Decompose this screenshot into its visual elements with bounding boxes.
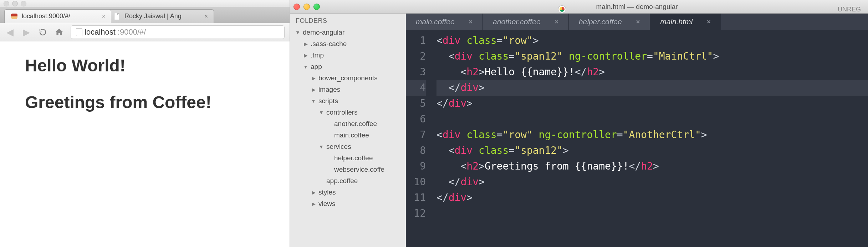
line-number[interactable]: 8	[406, 143, 426, 158]
editor-tab[interactable]: main.html×	[650, 14, 721, 30]
tree-folder[interactable]: ▼scripts	[292, 95, 404, 107]
editor-code[interactable]: <div class="row"> <div class="span12" ng…	[431, 30, 868, 247]
tree-folder[interactable]: ▼controllers	[292, 107, 404, 118]
tree-folder[interactable]: ▶views	[292, 198, 404, 210]
address-path: :9000/#/	[118, 27, 146, 37]
line-number[interactable]: 7	[406, 127, 426, 143]
code-line: <div class="row">	[436, 33, 868, 49]
tree-folder[interactable]: ▶bower_components	[292, 72, 404, 84]
tree-file[interactable]: ▶app.coffee	[292, 175, 404, 187]
code-line: </div>	[436, 80, 868, 96]
editor-tab-label: main.coffee	[416, 17, 455, 26]
tree-folder[interactable]: ▶.sass-cache	[292, 38, 404, 50]
editor-tab[interactable]: another.coffee×	[483, 14, 569, 30]
line-number[interactable]: 10	[406, 174, 426, 190]
folder-tree: ▼demo-angular▶.sass-cache▶.tmp▼app▶bower…	[290, 27, 406, 247]
tree-label: .tmp	[311, 51, 324, 59]
tree-file[interactable]: ▶another.coffee	[292, 118, 404, 130]
editor-sidebar: FOLDERS ▼demo-angular▶.sass-cache▶.tmp▼a…	[290, 0, 406, 247]
browser-tab-title: Rocky Jaiswal | Ang	[124, 12, 201, 20]
line-number[interactable]: 12	[406, 206, 426, 221]
browser-tab[interactable]: localhost:9000/#/×	[4, 9, 111, 23]
traffic-light-zoom-icon[interactable]	[21, 1, 26, 6]
traffic-light-minimize-icon[interactable]	[303, 4, 310, 10]
tree-folder[interactable]: ▼services	[292, 141, 404, 152]
tree-folder[interactable]: ▶.tmp	[292, 50, 404, 61]
chevron-down-icon: ▼	[318, 110, 324, 115]
favicon-app-icon	[10, 12, 18, 20]
reload-icon	[39, 28, 47, 36]
tree-label: controllers	[326, 109, 358, 116]
code-line: <h2>Hello {{name}}!</h2>	[436, 64, 868, 80]
code-line: </div>	[436, 96, 868, 111]
editor-tab[interactable]: helper.coffee×	[569, 14, 650, 30]
editor-title: main.html — demo-angular	[596, 3, 678, 11]
editor-gutter: 123456789101112	[406, 30, 431, 247]
home-button[interactable]	[54, 27, 64, 37]
chrome-icon	[558, 6, 566, 13]
line-number[interactable]: 4	[406, 80, 426, 96]
editor-tab[interactable]: main.coffee×	[406, 14, 483, 30]
traffic-light-zoom-icon[interactable]	[313, 4, 320, 10]
tree-file[interactable]: ▶webservice.coffe	[292, 164, 404, 175]
tree-label: services	[326, 143, 351, 151]
editor-tabs: main.coffee×another.coffee×helper.coffee…	[406, 14, 868, 30]
code-line: <h2>Greetings from {{name}}!</h2>	[436, 158, 868, 174]
code-line	[436, 111, 868, 127]
line-number[interactable]: 2	[406, 49, 426, 64]
sidebar-section-header: FOLDERS	[290, 14, 406, 27]
line-number[interactable]: 9	[406, 158, 426, 174]
browser-tab-title: localhost:9000/#/	[22, 12, 98, 20]
tree-folder[interactable]: ▼app	[292, 61, 404, 72]
close-icon[interactable]: ×	[707, 18, 711, 26]
tree-label: views	[318, 200, 336, 208]
code-line: <div class="row" ng-controller="AnotherC…	[436, 127, 868, 143]
unregistered-label: UNREG	[838, 6, 861, 13]
line-number[interactable]: 5	[406, 96, 426, 111]
chevron-down-icon: ▼	[295, 30, 301, 35]
address-host: localhost	[85, 27, 116, 37]
code-line: </div>	[436, 174, 868, 190]
tree-folder[interactable]: ▶styles	[292, 187, 404, 198]
line-number[interactable]: 3	[406, 64, 426, 80]
chevron-right-icon: ▶	[311, 75, 316, 81]
traffic-light-close-icon[interactable]	[293, 4, 300, 10]
browser-tabstrip: localhost:9000/#/×Rocky Jaiswal | Ang×	[0, 7, 290, 23]
close-icon[interactable]: ×	[205, 13, 208, 20]
page-heading-1: Hello World!	[25, 56, 265, 75]
close-icon[interactable]: ×	[102, 13, 105, 20]
code-line: <div class="span12" ng-controller="MainC…	[436, 49, 868, 64]
reload-button[interactable]	[38, 27, 48, 37]
favicon-doc-icon	[113, 12, 121, 20]
close-icon[interactable]: ×	[469, 18, 473, 26]
line-number[interactable]: 6	[406, 111, 426, 127]
chevron-down-icon: ▼	[303, 64, 308, 70]
address-bar[interactable]: localhost:9000/#/	[71, 25, 285, 39]
close-icon[interactable]: ×	[555, 18, 559, 26]
tree-label: demo-angular	[303, 29, 344, 36]
tree-label: scripts	[318, 97, 338, 105]
line-number[interactable]: 11	[406, 190, 426, 206]
back-button[interactable]: ◀	[5, 27, 15, 37]
tree-file[interactable]: ▶main.coffee	[292, 130, 404, 141]
browser-tab[interactable]: Rocky Jaiswal | Ang×	[107, 9, 214, 23]
tree-label: app.coffee	[326, 177, 358, 185]
tree-label: main.coffee	[334, 131, 369, 139]
editor-titlebar: main.html — demo-angular UNREG	[406, 0, 868, 14]
tree-folder[interactable]: ▶images	[292, 84, 404, 95]
page-icon	[76, 28, 82, 36]
tree-label: .sass-cache	[311, 40, 347, 48]
tree-folder[interactable]: ▼demo-angular	[292, 27, 404, 38]
traffic-light-close-icon[interactable]	[4, 1, 9, 6]
code-line: </div>	[436, 190, 868, 206]
code-line	[436, 206, 868, 221]
line-number[interactable]: 1	[406, 33, 426, 49]
forward-button[interactable]: ▶	[21, 27, 31, 37]
chevron-down-icon: ▼	[311, 98, 316, 104]
tree-file[interactable]: ▶helper.coffee	[292, 152, 404, 164]
close-icon[interactable]: ×	[636, 18, 640, 26]
tree-label: another.coffee	[334, 120, 377, 128]
traffic-light-minimize-icon[interactable]	[12, 1, 18, 6]
chevron-right-icon: ▶	[311, 87, 316, 92]
chevron-down-icon: ▼	[318, 144, 324, 150]
